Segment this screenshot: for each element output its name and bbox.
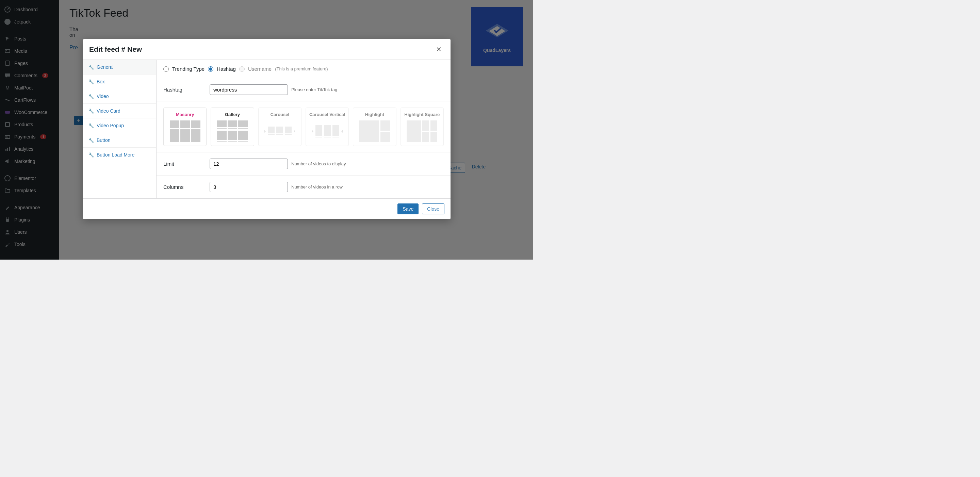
svg-rect-22: [238, 121, 248, 127]
svg-rect-16: [191, 121, 200, 128]
highlight-thumb-icon: [360, 121, 390, 142]
tab-video-popup[interactable]: 🔧Video Popup: [83, 118, 156, 133]
wrench-icon: 🔧: [89, 65, 94, 70]
limit-section: Limit Number of videos to display: [156, 153, 450, 176]
svg-rect-44: [360, 121, 379, 142]
svg-rect-37: [285, 134, 292, 135]
hashtag-section: Hashtag Please enter TikTok tag: [156, 78, 450, 102]
modal-content: Trending Type Hashtag Username (This is …: [156, 60, 450, 198]
wrench-icon: 🔧: [89, 108, 94, 114]
tab-button[interactable]: 🔧Button: [83, 133, 156, 148]
svg-rect-18: [180, 129, 190, 142]
svg-rect-24: [228, 128, 237, 129]
svg-rect-48: [422, 121, 429, 130]
radio-hashtag[interactable]: [208, 66, 213, 72]
gallery-thumb-icon: [217, 121, 248, 142]
wrench-icon: 🔧: [89, 138, 94, 143]
hashtag-label: Hashtag: [163, 87, 210, 92]
tab-video[interactable]: 🔧Video: [83, 89, 156, 104]
carousel-vertical-thumb-icon: [312, 121, 343, 142]
carousel-thumb-icon: [264, 121, 295, 142]
svg-rect-19: [191, 129, 200, 142]
svg-rect-14: [170, 121, 179, 128]
tab-box[interactable]: 🔧Box: [83, 75, 156, 89]
svg-rect-40: [332, 125, 339, 136]
modal-header: Edit feed # New ✕: [83, 39, 450, 60]
svg-rect-35: [268, 134, 275, 135]
svg-rect-27: [228, 130, 237, 140]
hashtag-hint: Please enter TikTok tag: [291, 87, 337, 92]
layout-carousel-vertical: Carousel Vertical: [305, 108, 349, 146]
layout-gallery[interactable]: Gallery: [211, 108, 254, 146]
svg-rect-33: [276, 127, 283, 134]
svg-rect-30: [228, 141, 237, 142]
close-button[interactable]: Close: [422, 204, 444, 214]
svg-rect-49: [430, 121, 437, 130]
tab-button-load-more[interactable]: 🔧Button Load More: [83, 148, 156, 162]
layout-section: Masonry Gallery Carousel Carousel Vertic…: [156, 102, 450, 153]
wrench-icon: 🔧: [89, 94, 94, 99]
svg-rect-51: [430, 132, 437, 142]
highlight-square-thumb-icon: [407, 121, 437, 142]
tab-general[interactable]: 🔧General: [83, 60, 156, 75]
svg-rect-43: [332, 137, 339, 137]
svg-rect-25: [238, 128, 248, 129]
radio-username-label: Username: [248, 66, 272, 72]
limit-input[interactable]: [210, 159, 288, 169]
masonry-thumb-icon: [170, 121, 200, 142]
wrench-icon: 🔧: [89, 123, 94, 128]
svg-rect-47: [407, 121, 421, 142]
svg-rect-15: [180, 121, 190, 128]
modal-tabs: 🔧General 🔧Box 🔧Video 🔧Video Card 🔧Video …: [83, 60, 156, 198]
radio-hashtag-label: Hashtag: [217, 66, 236, 72]
layout-carousel: Carousel: [258, 108, 301, 146]
svg-rect-28: [238, 130, 248, 140]
tab-video-card[interactable]: 🔧Video Card: [83, 104, 156, 118]
svg-rect-41: [315, 137, 322, 137]
svg-rect-21: [228, 121, 237, 127]
limit-label: Limit: [163, 161, 210, 167]
close-icon[interactable]: ✕: [433, 44, 444, 55]
svg-rect-36: [276, 134, 283, 135]
svg-rect-42: [324, 137, 331, 137]
svg-rect-26: [217, 130, 227, 140]
svg-rect-50: [422, 132, 429, 142]
save-button[interactable]: Save: [398, 204, 418, 214]
svg-rect-46: [380, 132, 390, 142]
radio-trending[interactable]: [163, 66, 169, 72]
radio-username: [239, 66, 245, 72]
columns-hint: Number of videos in a row: [291, 184, 343, 189]
limit-hint: Number of videos to display: [291, 161, 346, 166]
wrench-icon: 🔧: [89, 153, 94, 157]
columns-input[interactable]: [210, 182, 288, 192]
modal-footer: Save Close: [83, 198, 450, 219]
svg-rect-17: [170, 129, 179, 142]
layout-highlight: Highlight: [353, 108, 396, 146]
svg-rect-45: [380, 121, 390, 130]
svg-rect-20: [217, 121, 227, 127]
radio-trending-label: Trending Type: [172, 66, 205, 72]
columns-label: Columns: [163, 184, 210, 190]
modal-title: Edit feed # New: [89, 45, 142, 53]
svg-rect-23: [217, 128, 227, 129]
feed-type-section: Trending Type Hashtag Username (This is …: [156, 60, 450, 78]
svg-rect-39: [324, 125, 331, 136]
wrench-icon: 🔧: [89, 79, 94, 84]
svg-rect-32: [268, 127, 275, 134]
username-premium-hint: (This is a premium feature): [275, 66, 328, 72]
layout-highlight-square: Highlight Square: [401, 108, 444, 146]
svg-rect-38: [315, 125, 322, 136]
edit-feed-modal: Edit feed # New ✕ 🔧General 🔧Box 🔧Video 🔧…: [83, 39, 450, 219]
svg-rect-31: [238, 141, 248, 142]
layout-masonry[interactable]: Masonry: [163, 108, 207, 146]
svg-rect-34: [285, 127, 292, 134]
columns-section: Columns Number of videos in a row: [156, 176, 450, 198]
svg-rect-29: [217, 141, 227, 142]
hashtag-input[interactable]: [210, 84, 288, 95]
